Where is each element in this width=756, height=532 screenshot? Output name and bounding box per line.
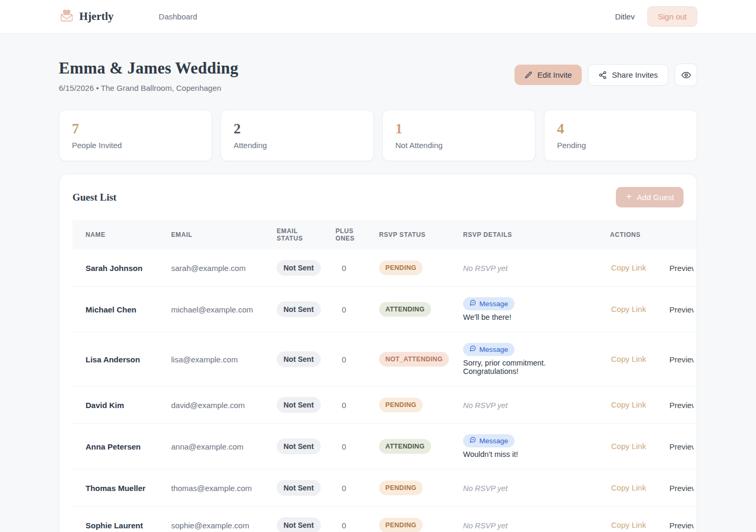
event-header: Emma & James Wedding 6/15/2026 • The Gra…: [59, 59, 697, 92]
guest-list-title: Guest List: [72, 192, 117, 203]
guest-message: Sorry, prior commitment. Congratulations…: [463, 359, 600, 375]
page-title: Emma & James Wedding: [59, 59, 238, 78]
email-status-badge: Not Sent: [277, 351, 321, 367]
actions-cell: Copy Link Preview: [605, 387, 697, 424]
email-status-badge: Not Sent: [277, 480, 321, 496]
guest-table: Name Email Email Status Plus Ones RSVP S…: [72, 220, 697, 532]
col-actions: Actions: [605, 220, 697, 249]
add-guest-button[interactable]: Add Guest: [616, 187, 684, 207]
rsvp-status-cell: ATTENDING: [374, 287, 458, 332]
rsvp-status-badge: NOT_ATTENDING: [379, 352, 449, 367]
event-date: 6/15/2026: [59, 84, 94, 92]
actions-cell: Copy Link Preview: [605, 424, 697, 470]
guest-name: Sarah Johnson: [72, 249, 166, 287]
guest-name: Michael Chen: [72, 287, 166, 332]
rsvp-status-badge: ATTENDING: [379, 302, 431, 317]
stat-card-pending: 4 Pending: [544, 110, 697, 161]
rsvp-details-cell: No RSVP yet: [458, 470, 605, 507]
email-status-badge: Not Sent: [277, 397, 321, 413]
table-row: Thomas Mueller thomas@example.com Not Se…: [72, 470, 697, 507]
event-subtitle: 6/15/2026 • The Grand Ballroom, Copenhag…: [59, 84, 238, 92]
copy-link-button[interactable]: Copy Link: [611, 442, 646, 451]
message-badge: Message: [463, 297, 514, 310]
rsvp-status-cell: PENDING: [374, 507, 458, 532]
col-rsvp-status: RSVP Status: [374, 220, 458, 249]
stat-label: Attending: [234, 141, 361, 150]
guest-name: Anna Petersen: [72, 424, 166, 470]
message-icon: [469, 345, 476, 353]
table-row: David Kim david@example.com Not Sent 0 P…: [72, 387, 697, 424]
preview-button[interactable]: Preview: [669, 521, 694, 530]
rsvp-status-cell: PENDING: [374, 249, 458, 287]
stat-value: 2: [234, 120, 361, 137]
table-row: Lisa Anderson lisa@example.com Not Sent …: [72, 332, 697, 387]
col-plus-ones: Plus Ones: [330, 220, 374, 249]
copy-link-button[interactable]: Copy Link: [611, 305, 646, 314]
main-content: Emma & James Wedding 6/15/2026 • The Gra…: [59, 34, 697, 532]
copy-link-button[interactable]: Copy Link: [611, 263, 646, 272]
email-status-cell: Not Sent: [271, 287, 330, 332]
preview-button[interactable]: Preview: [669, 442, 694, 451]
rsvp-status-cell: ATTENDING: [374, 424, 458, 470]
stats-row: 7 People Invited 2 Attending 1 Not Atten…: [59, 110, 697, 161]
guest-message: Wouldn't miss it!: [463, 450, 600, 458]
guest-email: lisa@example.com: [166, 332, 271, 387]
guest-name: David Kim: [72, 387, 166, 424]
guest-name: Sophie Laurent: [72, 507, 166, 532]
no-rsvp-text: No RSVP yet: [463, 484, 508, 493]
actions-cell: Copy Link Preview: [605, 249, 697, 287]
preview-button[interactable]: Preview: [669, 401, 694, 410]
plus-ones-count: 0: [330, 507, 374, 532]
sign-out-button[interactable]: Sign out: [647, 6, 697, 27]
email-status-cell: Not Sent: [271, 332, 330, 387]
copy-link-button[interactable]: Copy Link: [611, 520, 646, 529]
no-rsvp-text: No RSVP yet: [463, 521, 508, 530]
plus-ones-count: 0: [330, 424, 374, 470]
rsvp-status-cell: NOT_ATTENDING: [374, 332, 458, 387]
stat-value: 1: [395, 120, 522, 137]
rsvp-details-cell: Message Sorry, prior commitment. Congrat…: [458, 332, 605, 387]
table-row: Anna Petersen anna@example.com Not Sent …: [72, 424, 697, 470]
preview-button[interactable]: Preview: [669, 484, 694, 493]
share-icon: [598, 71, 607, 79]
guest-email: michael@example.com: [166, 287, 271, 332]
actions-cell: Copy Link Preview: [605, 470, 697, 507]
share-invites-button[interactable]: Share Invites: [588, 64, 668, 86]
preview-button[interactable]: Preview: [669, 305, 694, 314]
preview-eye-button[interactable]: [675, 64, 697, 86]
copy-link-button[interactable]: Copy Link: [611, 483, 646, 492]
stat-label: Not Attending: [395, 141, 522, 150]
nav-dashboard[interactable]: Dashboard: [159, 12, 197, 21]
message-icon: [469, 436, 476, 445]
stat-card-people-invited: 7 People Invited: [59, 110, 212, 161]
no-rsvp-text: No RSVP yet: [463, 264, 508, 273]
copy-link-button[interactable]: Copy Link: [611, 354, 646, 363]
email-status-badge: Not Sent: [277, 439, 321, 454]
message-block: Message Wouldn't miss it!: [463, 434, 600, 458]
email-status-cell: Not Sent: [271, 249, 330, 287]
brand-name: Hjertly: [79, 10, 113, 23]
rsvp-details-cell: No RSVP yet: [458, 507, 605, 532]
preview-button[interactable]: Preview: [669, 355, 694, 364]
guest-table-wrap: Name Email Email Status Plus Ones RSVP S…: [72, 220, 697, 532]
copy-link-button[interactable]: Copy Link: [611, 400, 646, 409]
eye-icon: [681, 70, 691, 80]
message-icon: [469, 299, 476, 308]
plus-ones-count: 0: [330, 332, 374, 387]
edit-invite-button[interactable]: Edit Invite: [514, 65, 582, 85]
guest-email: david@example.com: [166, 387, 271, 424]
envelope-heart-icon: [59, 7, 75, 26]
preview-button[interactable]: Preview: [669, 264, 694, 273]
email-status-cell: Not Sent: [271, 424, 330, 470]
email-status-cell: Not Sent: [271, 387, 330, 424]
email-status-badge: Not Sent: [277, 260, 321, 276]
guest-table-body: Sarah Johnson sarah@example.com Not Sent…: [72, 249, 697, 532]
rsvp-details-cell: Message Wouldn't miss it!: [458, 424, 605, 470]
col-email: Email: [166, 220, 271, 249]
guest-list-card: Guest List Add Guest Name Email Email St…: [59, 174, 697, 532]
actions-cell: Copy Link Preview: [605, 332, 697, 387]
top-bar: Hjertly Dashboard Ditlev Sign out: [0, 0, 756, 34]
email-status-cell: Not Sent: [271, 470, 330, 507]
rsvp-status-badge: PENDING: [379, 481, 423, 495]
stat-card-attending: 2 Attending: [220, 110, 374, 161]
